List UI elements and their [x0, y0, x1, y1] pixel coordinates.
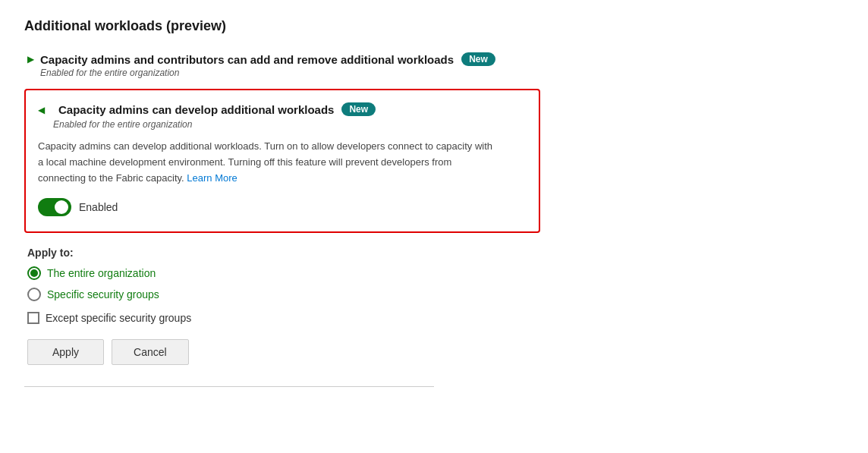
item2-description-text: Capacity admins can develop additional w…: [38, 140, 492, 184]
page-title: Additional workloads (preview): [24, 18, 844, 34]
radio-entire-organization[interactable]: The entire organization: [27, 266, 844, 280]
item1-new-badge: New: [461, 52, 495, 66]
radio-group: The entire organization Specific securit…: [27, 266, 844, 301]
radio-entire-org-label: The entire organization: [47, 267, 156, 279]
radio-specific-groups[interactable]: Specific security groups: [27, 288, 844, 301]
enabled-toggle[interactable]: [38, 198, 71, 216]
toggle-label: Enabled: [79, 201, 118, 213]
item2-new-badge: New: [341, 102, 376, 116]
apply-to-label: Apply to:: [27, 247, 844, 259]
item1-subtitle: Enabled for the entire organization: [40, 68, 495, 78]
chevron-right-icon[interactable]: ▶: [27, 54, 34, 64]
apply-to-section: Apply to: The entire organization Specif…: [27, 247, 844, 365]
item1-row: ▶ Capacity admins and contributors can a…: [24, 49, 844, 81]
toggle-track: [38, 198, 71, 216]
toggle-row: Enabled: [38, 198, 527, 216]
toggle-thumb: [55, 200, 68, 214]
chevron-down-icon[interactable]: ◀: [38, 105, 45, 115]
bottom-divider: [24, 386, 434, 387]
item1-title: Capacity admins and contributors can add…: [40, 53, 454, 66]
button-row: Apply Cancel: [27, 339, 844, 365]
radio-specific-groups-label: Specific security groups: [47, 288, 159, 300]
item2-description: Capacity admins can develop additional w…: [38, 139, 493, 186]
checkbox-except-label: Except specific security groups: [46, 312, 191, 324]
item2-header: ◀ Capacity admins can develop additional…: [38, 102, 527, 116]
item1-header: Capacity admins and contributors can add…: [40, 52, 495, 66]
apply-button[interactable]: Apply: [27, 339, 104, 365]
checkbox-except-groups[interactable]: Except specific security groups: [27, 312, 844, 324]
radio-inner-dot: [30, 269, 38, 277]
checkbox-box: [27, 312, 39, 324]
radio-circle-selected: [27, 266, 41, 280]
radio-circle-empty: [27, 288, 41, 301]
learn-more-link[interactable]: Learn More: [187, 172, 237, 184]
cancel-button[interactable]: Cancel: [112, 339, 189, 365]
item2-title: Capacity admins can develop additional w…: [58, 103, 334, 116]
item1-content: Capacity admins and contributors can add…: [40, 52, 495, 78]
item2-expanded-box: ◀ Capacity admins can develop additional…: [24, 89, 540, 233]
item2-subtitle: Enabled for the entire organization: [53, 119, 527, 130]
